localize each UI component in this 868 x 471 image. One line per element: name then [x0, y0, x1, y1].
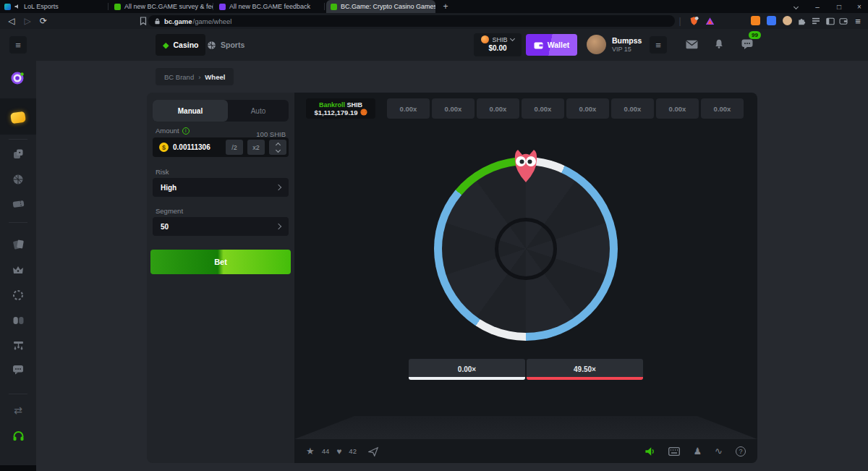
blue-extension-icon[interactable]: [767, 16, 776, 25]
like-count: 42: [349, 447, 357, 455]
user-avatar[interactable]: [587, 35, 606, 54]
browser-tab-bcgame-active[interactable]: BC.Game: Crypto Casino Games & ×: [326, 0, 435, 13]
window-maximize-button[interactable]: □: [829, 0, 849, 13]
sidebar-item-battle[interactable]: [0, 311, 36, 330]
amount-input[interactable]: $ 0.00111306 /2 x2: [153, 137, 289, 157]
bcgame-favicon: [114, 4, 121, 10]
sidebar-item-sports[interactable]: [0, 170, 36, 189]
like-heart-icon[interactable]: ♥: [336, 446, 341, 457]
tab-title: LoL Esports: [24, 3, 59, 10]
bell-icon: [714, 38, 724, 49]
forward-icon[interactable]: ▷: [22, 15, 33, 27]
bookmark-icon[interactable]: [137, 15, 149, 27]
sidebar-item-bonus[interactable]: [0, 286, 36, 305]
risk-select[interactable]: High: [153, 178, 289, 197]
breadcrumb-parent[interactable]: BC Brand: [164, 73, 194, 81]
bat-rewards-icon[interactable]: [703, 15, 716, 27]
amount-value: 0.00111306: [173, 143, 221, 151]
live-stats-icon[interactable]: ∿: [715, 446, 723, 457]
reading-list-icon[interactable]: [810, 15, 822, 27]
result-underline: [409, 377, 525, 380]
brave-wallet-icon[interactable]: [838, 15, 849, 27]
bet-panel: Manual Auto Amount i 100 SHIB $ 0.001113…: [147, 93, 294, 463]
inbox-button[interactable]: [686, 39, 698, 52]
sidebar-item-casino[interactable]: [0, 145, 36, 164]
new-tab-button[interactable]: +: [438, 0, 453, 13]
stage-floor: [294, 416, 757, 439]
amount-stepper[interactable]: [269, 140, 286, 155]
sidebar-item-vip[interactable]: [0, 260, 36, 279]
reload-icon[interactable]: ⟳: [38, 15, 49, 27]
browser-tab-lol[interactable]: LoL Esports: [0, 0, 109, 13]
double-bet-button[interactable]: x2: [247, 140, 265, 155]
help-icon[interactable]: ?: [736, 446, 746, 457]
tab-audio-icon: [14, 4, 20, 9]
bankroll-currency: SHIB: [347, 101, 363, 109]
multiplier-slot[interactable]: 0.00x: [701, 98, 744, 119]
profile-menu-button[interactable]: ≡: [650, 36, 667, 54]
tab-auto[interactable]: Auto: [228, 100, 289, 122]
sidebar-item-forum[interactable]: [0, 360, 36, 379]
wheel-pointer-owl: [510, 148, 542, 187]
nav-casino[interactable]: ◆ Casino: [156, 34, 205, 56]
multiplier-slot[interactable]: 0.00x: [522, 98, 564, 119]
wallet-button[interactable]: Wallet: [526, 34, 577, 56]
window-close-button[interactable]: ×: [849, 0, 868, 13]
gloves-icon: [12, 315, 25, 326]
currency-selector[interactable]: SHIB $0.00: [474, 33, 522, 56]
puzzle-extensions-icon[interactable]: [796, 15, 807, 27]
brave-shield-icon[interactable]: [687, 15, 700, 27]
window-minimize-button[interactable]: –: [807, 0, 827, 13]
multiplier-slot[interactable]: 0.00x: [432, 98, 475, 119]
amount-label: Amount: [156, 127, 179, 135]
tab-title: All new BC.GAME feedback: [229, 3, 310, 10]
site-header: ◆ Casino Sports SHIB $0.00 Wallet Bumpss: [0, 29, 868, 61]
forum-chat-icon: [12, 365, 24, 375]
sidebar-item-affiliate[interactable]: [0, 336, 36, 355]
vip-level: VIP 15: [612, 46, 631, 53]
fairness-pawn-icon[interactable]: ♟: [693, 446, 702, 457]
browser-tab-feedback[interactable]: All new BC.GAME feedback: [215, 0, 325, 13]
back-icon[interactable]: ◁: [6, 15, 17, 27]
bet-button[interactable]: Bet: [150, 250, 291, 274]
info-icon[interactable]: i: [182, 127, 190, 135]
favorite-star-icon[interactable]: ★: [306, 446, 315, 457]
half-bet-button[interactable]: /2: [226, 140, 243, 155]
multiplier-slot[interactable]: 0.00x: [656, 98, 699, 119]
sidebar-item-cards[interactable]: [0, 235, 36, 254]
window-tabsearch-chevron[interactable]: [786, 0, 806, 13]
tab-manual[interactable]: Manual: [153, 100, 228, 122]
sidebar-item-support[interactable]: [0, 426, 36, 445]
currency-code: SHIB: [492, 36, 507, 43]
sidebar-item-swap[interactable]: ⇄: [0, 401, 36, 420]
sound-icon[interactable]: [644, 446, 655, 457]
metamask-extension-icon[interactable]: [751, 16, 760, 25]
avatar-extension-icon[interactable]: [783, 16, 792, 25]
sidebar-footer-block: [0, 465, 36, 471]
hotkeys-keyboard-icon[interactable]: [668, 447, 680, 456]
url-bar[interactable]: bc.game/game/wheel: [148, 15, 675, 27]
sidebar-panel-icon[interactable]: [825, 15, 836, 27]
nav-sports[interactable]: Sports: [200, 34, 252, 56]
wallet-icon: [534, 41, 543, 49]
chat-button[interactable]: 99: [741, 39, 753, 52]
sidebar-menu-toggle[interactable]: ≡: [9, 36, 27, 54]
shib-coin-icon: [360, 109, 367, 116]
multiplier-slot[interactable]: 0.00x: [387, 98, 430, 119]
sidebar-divider: [9, 222, 27, 223]
share-plane-icon[interactable]: [368, 446, 378, 457]
favorite-count: 44: [322, 447, 330, 455]
sidebar-item-darts[interactable]: [0, 68, 36, 88]
browser-menu-icon[interactable]: ≡: [852, 15, 864, 27]
sidebar-item-gold[interactable]: [0, 107, 36, 127]
browser-navbar: ◁ ▷ ⟳ bc.game/game/wheel |: [0, 13, 868, 29]
chat-icon: [741, 39, 753, 49]
notifications-button[interactable]: [714, 38, 724, 52]
breadcrumb-separator: ›: [198, 73, 200, 81]
multiplier-slot[interactable]: 0.00x: [477, 98, 519, 119]
multiplier-slot[interactable]: 0.00x: [611, 98, 654, 119]
browser-tab-survey[interactable]: All new BC.GAME survey & feedback: [110, 0, 213, 13]
segment-select[interactable]: 50: [153, 217, 289, 236]
sidebar-item-lottery[interactable]: [0, 195, 36, 213]
multiplier-slot[interactable]: 0.00x: [566, 98, 609, 119]
